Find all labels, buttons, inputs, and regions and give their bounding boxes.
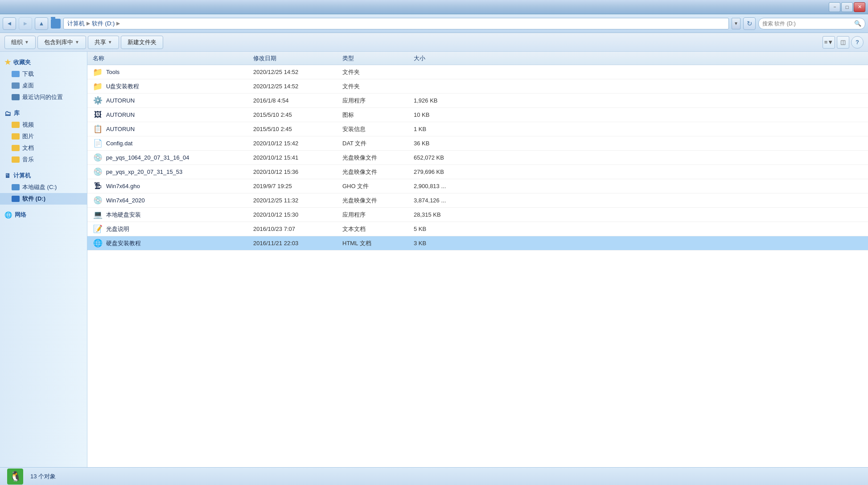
file-type: 图标 xyxy=(340,111,411,119)
file-type: GHO 文件 xyxy=(340,182,411,190)
file-size: 279,696 KB xyxy=(411,169,473,175)
file-modified: 2016/10/23 7:07 xyxy=(251,226,340,232)
sidebar-item-music[interactable]: 音乐 xyxy=(0,154,87,165)
table-row[interactable]: ⚙️ AUTORUN 2016/1/8 4:54 应用程序 1,926 KB xyxy=(87,94,868,108)
title-bar-buttons: － □ ✕ xyxy=(829,2,865,12)
file-type: 应用程序 xyxy=(340,97,411,105)
sidebar-item-pictures[interactable]: 图片 xyxy=(0,131,87,142)
table-row[interactable]: 📄 Config.dat 2020/10/12 15:42 DAT 文件 36 … xyxy=(87,136,868,151)
computer-label: 计算机 xyxy=(13,172,31,180)
file-modified: 2015/5/10 2:45 xyxy=(251,111,340,118)
table-row[interactable]: 📋 AUTORUN 2015/5/10 2:45 安装信息 1 KB xyxy=(87,122,868,136)
organize-button[interactable]: 组织 ▼ xyxy=(4,36,36,49)
file-size: 5 KB xyxy=(411,226,473,232)
up-button[interactable]: ▲ xyxy=(35,17,48,30)
iso-icon: 💿 xyxy=(93,153,103,163)
sidebar-item-disk-c[interactable]: 本地磁盘 (C:) xyxy=(0,181,87,193)
library-button[interactable]: 包含到库中 ▼ xyxy=(37,36,86,49)
table-row[interactable]: 📁 Tools 2020/12/25 14:52 文件夹 xyxy=(87,65,868,79)
documents-icon xyxy=(12,145,20,151)
library-icon: 🗂 xyxy=(4,110,11,117)
table-row[interactable]: 🌐 硬盘安装教程 2016/11/21 22:03 HTML 文档 3 KB xyxy=(87,236,868,251)
new-folder-button[interactable]: 新建文件夹 xyxy=(121,36,163,49)
forward-button[interactable]: ► xyxy=(19,17,32,30)
file-name: AUTORUN xyxy=(106,111,135,118)
file-name: AUTORUN xyxy=(106,126,135,132)
view-icon: ≡▼ xyxy=(824,39,833,45)
search-icon[interactable]: 🔍 xyxy=(854,20,861,27)
path-computer[interactable]: 计算机 xyxy=(67,20,85,28)
path-drive[interactable]: 软件 (D:) xyxy=(92,20,115,28)
disk-c-icon xyxy=(12,184,20,190)
file-modified: 2020/10/12 15:41 xyxy=(251,154,340,161)
sidebar-header-computer[interactable]: 🖥 计算机 xyxy=(0,170,87,181)
recent-folder-icon xyxy=(12,94,20,100)
table-row[interactable]: 💿 pe_yqs_1064_20_07_31_16_04 2020/10/12 … xyxy=(87,151,868,165)
file-size: 28,315 KB xyxy=(411,211,473,218)
close-button[interactable]: ✕ xyxy=(854,2,865,12)
preview-icon: ◫ xyxy=(840,39,846,45)
search-input[interactable] xyxy=(762,21,852,27)
table-row[interactable]: 🗜 Win7x64.gho 2019/9/7 19:25 GHO 文件 2,90… xyxy=(87,179,868,193)
html-icon: 🌐 xyxy=(93,238,103,248)
file-modified: 2019/9/7 19:25 xyxy=(251,183,340,189)
dat-icon: 📄 xyxy=(93,139,103,148)
table-row[interactable]: 💿 Win7x64_2020 2020/12/25 11:32 光盘映像文件 3… xyxy=(87,193,868,208)
sidebar-item-disk-d[interactable]: 软件 (D:) xyxy=(0,193,87,205)
documents-label: 文档 xyxy=(22,144,34,152)
file-name: Tools xyxy=(106,69,119,75)
share-dropdown-icon: ▼ xyxy=(108,40,112,45)
file-modified: 2020/10/12 15:42 xyxy=(251,140,340,147)
col-header-type[interactable]: 类型 xyxy=(340,54,411,62)
pictures-label: 图片 xyxy=(22,132,34,140)
table-row[interactable]: 📁 U盘安装教程 2020/12/25 14:52 文件夹 xyxy=(87,79,868,94)
minimize-button[interactable]: － xyxy=(829,2,840,12)
table-row[interactable]: 🖼 AUTORUN 2015/5/10 2:45 图标 10 KB xyxy=(87,108,868,122)
sidebar-header-network[interactable]: 🌐 网络 xyxy=(0,209,87,221)
sidebar-header-favorites[interactable]: ★ 收藏夹 xyxy=(0,56,87,68)
sidebar-item-documents[interactable]: 文档 xyxy=(0,142,87,154)
address-bar: ◄ ► ▲ 计算机 ▶ 软件 (D:) ▶ ▼ ↻ 🔍 xyxy=(0,14,868,33)
back-button[interactable]: ◄ xyxy=(3,17,16,30)
path-sep2: ▶ xyxy=(116,21,120,26)
address-dropdown-button[interactable]: ▼ xyxy=(732,18,740,29)
file-list-container[interactable]: 名称 修改日期 类型 大小 📁 Tools 2020/12/25 14:52 文… xyxy=(87,52,868,467)
table-row[interactable]: 💿 pe_yqs_xp_20_07_31_15_53 2020/10/12 15… xyxy=(87,165,868,179)
file-name-cell: 🌐 硬盘安装教程 xyxy=(90,238,251,248)
sidebar-item-desktop[interactable]: 桌面 xyxy=(0,80,87,91)
table-row[interactable]: 💻 本地硬盘安装 2020/10/12 15:30 应用程序 28,315 KB xyxy=(87,208,868,222)
share-button[interactable]: 共享 ▼ xyxy=(88,36,119,49)
sidebar-item-recent[interactable]: 最近访问的位置 xyxy=(0,91,87,103)
library-label: 库 xyxy=(14,109,20,117)
maximize-button[interactable]: □ xyxy=(841,2,853,12)
organize-label: 组织 xyxy=(11,38,23,46)
refresh-button[interactable]: ↻ xyxy=(743,17,756,30)
video-label: 视频 xyxy=(22,121,34,129)
library-dropdown-icon: ▼ xyxy=(75,40,79,45)
desktop-label: 桌面 xyxy=(22,82,34,90)
view-toggle-button[interactable]: ≡▼ xyxy=(823,36,835,49)
file-name: Win7x64.gho xyxy=(106,183,140,189)
sidebar-item-downloads[interactable]: 下载 xyxy=(0,68,87,80)
title-bar: － □ ✕ xyxy=(0,0,868,14)
col-header-size[interactable]: 大小 xyxy=(411,54,473,62)
sidebar-group-network: 🌐 网络 xyxy=(0,209,87,221)
sidebar-item-video[interactable]: 视频 xyxy=(0,119,87,131)
sidebar-header-library[interactable]: 🗂 库 xyxy=(0,107,87,119)
file-size: 652,072 KB xyxy=(411,154,473,161)
help-icon: ? xyxy=(856,39,859,45)
status-bar: 🐧 13 个对象 xyxy=(0,467,868,485)
music-label: 音乐 xyxy=(22,156,34,164)
address-path[interactable]: 计算机 ▶ 软件 (D:) ▶ xyxy=(63,18,729,29)
table-row[interactable]: 📝 光盘说明 2016/10/23 7:07 文本文档 5 KB xyxy=(87,222,868,236)
address-folder-icon xyxy=(51,19,61,29)
preview-pane-button[interactable]: ◫ xyxy=(837,36,849,49)
iso-icon: 💿 xyxy=(93,196,103,206)
downloads-folder-icon xyxy=(12,71,20,77)
col-header-modified[interactable]: 修改日期 xyxy=(251,54,340,62)
downloads-label: 下载 xyxy=(22,70,34,78)
file-modified: 2020/10/12 15:36 xyxy=(251,169,340,175)
col-header-name[interactable]: 名称 xyxy=(90,54,251,62)
file-size: 2,900,813 ... xyxy=(411,183,473,189)
help-button[interactable]: ? xyxy=(851,36,864,49)
